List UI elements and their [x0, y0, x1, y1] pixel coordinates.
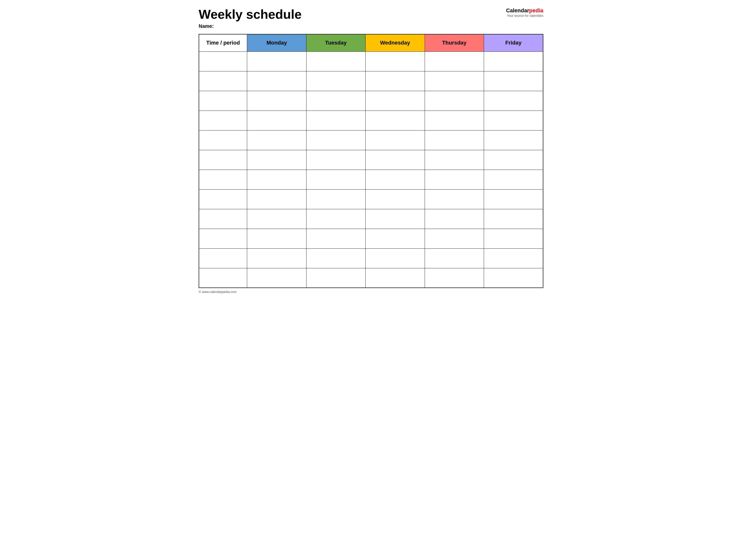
- schedule-cell[interactable]: [366, 209, 425, 229]
- schedule-cell[interactable]: [306, 150, 365, 170]
- schedule-cell[interactable]: [247, 91, 306, 111]
- logo-calendar-text: Calendar: [506, 7, 529, 13]
- table-row: [199, 268, 543, 288]
- time-cell[interactable]: [199, 170, 247, 189]
- schedule-cell[interactable]: [306, 130, 365, 150]
- table-row: [199, 189, 543, 209]
- schedule-cell[interactable]: [425, 248, 484, 268]
- table-row: [199, 170, 543, 189]
- schedule-cell[interactable]: [484, 209, 543, 229]
- schedule-cell[interactable]: [247, 111, 306, 130]
- schedule-cell[interactable]: [247, 268, 306, 288]
- table-row: [199, 111, 543, 130]
- schedule-cell[interactable]: [484, 229, 543, 248]
- schedule-cell[interactable]: [425, 268, 484, 288]
- name-label: Name:: [199, 23, 489, 29]
- schedule-cell[interactable]: [425, 111, 484, 130]
- schedule-cell[interactable]: [366, 189, 425, 209]
- header-section: Weekly schedule Name: Calendarpedia Your…: [199, 7, 543, 29]
- schedule-cell[interactable]: [366, 248, 425, 268]
- schedule-cell[interactable]: [425, 209, 484, 229]
- schedule-cell[interactable]: [366, 229, 425, 248]
- schedule-cell[interactable]: [484, 91, 543, 111]
- time-cell[interactable]: [199, 189, 247, 209]
- schedule-cell[interactable]: [366, 150, 425, 170]
- schedule-cell[interactable]: [484, 268, 543, 288]
- table-row: [199, 248, 543, 268]
- time-cell[interactable]: [199, 150, 247, 170]
- schedule-cell[interactable]: [366, 130, 425, 150]
- schedule-cell[interactable]: [484, 170, 543, 189]
- schedule-cell[interactable]: [425, 130, 484, 150]
- schedule-cell[interactable]: [484, 150, 543, 170]
- table-row: [199, 91, 543, 111]
- schedule-cell[interactable]: [425, 189, 484, 209]
- schedule-cell[interactable]: [366, 71, 425, 91]
- schedule-cell[interactable]: [306, 209, 365, 229]
- schedule-table: Time / period Monday Tuesday Wednesday T…: [199, 34, 543, 288]
- schedule-cell[interactable]: [306, 189, 365, 209]
- table-row: [199, 229, 543, 248]
- time-cell[interactable]: [199, 91, 247, 111]
- schedule-cell[interactable]: [425, 229, 484, 248]
- time-cell[interactable]: [199, 248, 247, 268]
- copyright-text: © www.calendarpedia.com: [199, 290, 236, 294]
- schedule-cell[interactable]: [306, 170, 365, 189]
- schedule-cell[interactable]: [247, 229, 306, 248]
- schedule-cell[interactable]: [425, 150, 484, 170]
- schedule-cell[interactable]: [247, 130, 306, 150]
- schedule-cell[interactable]: [306, 91, 365, 111]
- schedule-cell[interactable]: [247, 248, 306, 268]
- schedule-cell[interactable]: [425, 91, 484, 111]
- schedule-cell[interactable]: [366, 268, 425, 288]
- logo-tagline: Your source for calendars: [489, 14, 543, 17]
- schedule-cell[interactable]: [425, 170, 484, 189]
- schedule-cell[interactable]: [306, 229, 365, 248]
- schedule-cell[interactable]: [247, 189, 306, 209]
- table-row: [199, 71, 543, 91]
- time-cell[interactable]: [199, 51, 247, 71]
- schedule-cell[interactable]: [306, 248, 365, 268]
- logo-area: Calendarpedia Your source for calendars: [489, 7, 543, 17]
- page-container: Weekly schedule Name: Calendarpedia Your…: [199, 7, 543, 294]
- table-row: [199, 130, 543, 150]
- table-row: [199, 150, 543, 170]
- schedule-cell[interactable]: [484, 248, 543, 268]
- time-cell[interactable]: [199, 209, 247, 229]
- schedule-cell[interactable]: [247, 71, 306, 91]
- time-cell[interactable]: [199, 229, 247, 248]
- schedule-cell[interactable]: [425, 51, 484, 71]
- col-header-friday: Friday: [484, 34, 543, 51]
- schedule-cell[interactable]: [484, 189, 543, 209]
- time-cell[interactable]: [199, 71, 247, 91]
- time-cell[interactable]: [199, 111, 247, 130]
- table-row: [199, 51, 543, 71]
- schedule-cell[interactable]: [306, 71, 365, 91]
- table-header-row: Time / period Monday Tuesday Wednesday T…: [199, 34, 543, 51]
- schedule-cell[interactable]: [306, 51, 365, 71]
- schedule-cell[interactable]: [366, 91, 425, 111]
- schedule-cell[interactable]: [247, 209, 306, 229]
- schedule-cell[interactable]: [366, 170, 425, 189]
- schedule-cell[interactable]: [247, 51, 306, 71]
- table-row: [199, 209, 543, 229]
- col-header-thursday: Thursday: [425, 34, 484, 51]
- time-cell[interactable]: [199, 268, 247, 288]
- time-cell[interactable]: [199, 130, 247, 150]
- schedule-cell[interactable]: [425, 71, 484, 91]
- logo-pedia-text: pedia: [529, 7, 543, 13]
- schedule-cell[interactable]: [306, 268, 365, 288]
- schedule-cell[interactable]: [366, 51, 425, 71]
- schedule-cell[interactable]: [247, 150, 306, 170]
- schedule-cell[interactable]: [306, 111, 365, 130]
- schedule-cell[interactable]: [247, 170, 306, 189]
- logo-text: Calendarpedia: [489, 7, 543, 14]
- title-area: Weekly schedule Name:: [199, 7, 489, 29]
- schedule-cell[interactable]: [366, 111, 425, 130]
- schedule-cell[interactable]: [484, 111, 543, 130]
- schedule-cell[interactable]: [484, 130, 543, 150]
- schedule-cell[interactable]: [484, 71, 543, 91]
- schedule-cell[interactable]: [484, 51, 543, 71]
- page-title: Weekly schedule: [199, 7, 489, 21]
- col-header-time: Time / period: [199, 34, 247, 51]
